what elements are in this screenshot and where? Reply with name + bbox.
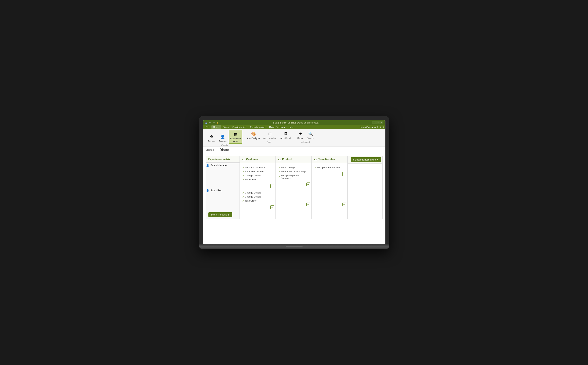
menu-cloud-services[interactable]: Cloud Services <box>268 125 286 129</box>
add-btn-cell: + <box>312 202 347 207</box>
process-label: Process <box>208 140 215 143</box>
app-launcher-label: App Launcher <box>263 137 276 140</box>
back-arrow-icon: ◀ <box>206 148 208 151</box>
minimize-button[interactable]: ─ <box>372 121 376 124</box>
process-name: Take Order <box>245 178 256 181</box>
close-button[interactable]: ✕ <box>380 121 383 124</box>
select-business-object-button[interactable]: Select business object ▾ <box>351 157 381 162</box>
sales-manager-persona: 👤 Sales Manager <box>206 164 240 167</box>
lock-icon[interactable]: 🔒 <box>216 121 219 124</box>
search-label: Search <box>307 137 314 140</box>
add-btn-cell: + <box>240 183 276 189</box>
empty-extra-cell <box>347 164 382 189</box>
list-item[interactable]: ⟳ Change Details <box>242 195 273 199</box>
table-row: 👤 Sales Manager ⟳ <box>206 164 382 189</box>
persona-icon: 👤 <box>220 134 226 140</box>
process-cell <box>276 189 312 202</box>
team-member-header: 🗃 Team Member <box>312 156 347 163</box>
menu-configuration[interactable]: Configuration <box>231 125 248 129</box>
maximize-button[interactable]: □ <box>376 121 380 124</box>
persona-user-icon: 👤 <box>206 189 209 192</box>
ribbon-items-wizards: ⚙ Process 👤 Persona ▦ ExperienceMatrix <box>206 130 242 144</box>
ribbon-btn-expert[interactable]: ★ Expert <box>296 130 305 141</box>
list-item[interactable]: ⟳ Set up Single-Item Promoti... <box>278 174 309 180</box>
experience-matrix-table: Experience matrix 🗃 Customer 🗃 <box>206 156 383 219</box>
team-member-col-icon: 🗃 <box>314 158 317 161</box>
process-name: Set up Annual Review <box>317 166 340 169</box>
list-item[interactable]: ⟳ Permanent price change <box>278 170 309 174</box>
ribbon-btn-search[interactable]: 🔍 Search <box>306 130 315 141</box>
select-persona-chevron: ▲ <box>227 213 230 216</box>
select-persona-button[interactable]: Select Persona ▲ <box>208 212 233 217</box>
sales-rep-customer-cell: ⟳ Change Details ⟳ Change Details <box>240 189 276 210</box>
process-cell: ⟳ Price Change ⟳ Permanent price change <box>276 164 312 182</box>
customer-col-icon: 🗃 <box>242 158 245 161</box>
menu-tools[interactable]: Tools <box>221 125 230 129</box>
experience-matrix-label: Experience matrix <box>206 156 240 163</box>
sales-rep-persona-cell: 👤 Sales Rep <box>206 189 240 210</box>
add-sales-rep-team-member-process-button[interactable]: + <box>342 203 346 206</box>
sales-manager-team-member-cell: ⟳ Set up Annual Review + <box>312 164 347 189</box>
process-link-icon: ⟳ <box>242 199 244 202</box>
ribbon-btn-process[interactable]: ⚙ Process <box>206 133 217 144</box>
add-sales-rep-customer-process-button[interactable]: + <box>270 205 274 209</box>
save-icon[interactable]: 💾 <box>205 121 208 124</box>
more-button[interactable]: ⋯ <box>232 148 235 152</box>
table-row: 👤 Sales Rep ⟳ Chan <box>206 189 382 210</box>
ribbon-groups: ⚙ Process 👤 Persona ▦ ExperienceMatrix W… <box>205 130 383 147</box>
add-btn-cell: + <box>276 202 312 207</box>
persona-user-icon: 👤 <box>206 164 209 167</box>
list-item[interactable]: ⟳ Price Change <box>278 166 309 170</box>
username: Kevin Guerrero <box>360 126 376 128</box>
ribbon-btn-app-designer[interactable]: 🎨 App Designer <box>246 130 261 141</box>
add-customer-process-button[interactable]: + <box>270 184 274 188</box>
help-icon[interactable]: ? <box>383 126 384 128</box>
content-area: ◀ Back | Distro ⋯ Experience matrix <box>203 147 385 244</box>
work-portal-icon: 🖥 <box>283 131 288 137</box>
sales-rep-product-cell: + <box>276 189 312 210</box>
experience-matrix-icon: ▦ <box>233 131 238 137</box>
ribbon-btn-experience-matrix[interactable]: ▦ ExperienceMatrix <box>229 130 242 144</box>
ribbon-btn-persona[interactable]: 👤 Persona <box>218 133 228 144</box>
product-col-label: Product <box>282 158 292 161</box>
menu-bar: File Home Tools Configuration Export / I… <box>203 125 385 129</box>
menu-file[interactable]: File <box>204 125 211 129</box>
ribbon-group-apps: 🎨 App Designer ⊞ App Launcher 🖥 Work Por… <box>244 130 294 147</box>
menu-help[interactable]: Help <box>287 125 295 129</box>
settings-icon[interactable]: ⚙ <box>379 126 382 128</box>
ribbon-items-apps: 🎨 App Designer ⊞ App Launcher 🖥 Work Por… <box>246 130 292 141</box>
add-team-member-process-button[interactable]: + <box>342 172 346 176</box>
back-button[interactable]: ◀ Back <box>206 148 214 151</box>
list-item[interactable]: ⟳ Audit & Compliance <box>242 166 273 170</box>
select-persona-cell: Select Persona ▲ <box>206 210 240 219</box>
back-icon[interactable]: ↩ <box>209 121 212 124</box>
process-cell-wrapper: + <box>312 189 347 207</box>
product-header-cell: 🗃 Product <box>276 156 312 164</box>
process-name: Audit & Compliance <box>245 166 266 169</box>
list-item[interactable]: ⟳ Take Order <box>242 178 273 182</box>
list-item[interactable]: ⟳ Remove Customer <box>242 170 273 174</box>
process-link-icon: ⟳ <box>242 166 244 169</box>
matrix-container: Experience matrix 🗃 Customer 🗃 <box>203 153 385 222</box>
forward-icon[interactable]: ↪ <box>213 121 215 124</box>
list-item[interactable]: ⟳ Change Details <box>242 174 273 178</box>
menu-export-import[interactable]: Export / Import <box>248 125 267 129</box>
ribbon-btn-app-launcher[interactable]: ⊞ App Launcher <box>262 130 278 141</box>
list-item[interactable]: ⟳ Set up Annual Review <box>314 166 345 170</box>
process-link-icon: ⟳ <box>242 170 244 173</box>
add-sales-rep-product-process-button[interactable]: + <box>306 203 310 206</box>
ribbon: ⚙ Process 👤 Persona ▦ ExperienceMatrix W… <box>203 129 385 147</box>
sales-rep-team-member-cell: + <box>312 189 347 210</box>
ribbon-btn-work-portal[interactable]: 🖥 Work Portal <box>279 130 292 141</box>
list-item[interactable]: ⟳ Take Order <box>242 199 273 203</box>
process-link-icon: ⟳ <box>242 174 244 177</box>
sales-rep-label: Sales Rep <box>211 189 222 192</box>
menu-home[interactable]: Home <box>211 125 221 129</box>
list-item[interactable]: ⟳ Change Details <box>242 191 273 195</box>
title-bar: 💾 ↩ ↪ 🔒 Bizagi Studio: LSBizagiDemo on p… <box>203 120 385 125</box>
customer-col-label: Customer <box>246 158 258 161</box>
add-product-process-button[interactable]: + <box>306 182 310 186</box>
sales-rep-persona: 👤 Sales Rep <box>206 189 240 192</box>
separator: | <box>215 148 216 151</box>
advanced-group-label: Advanced <box>301 141 310 144</box>
